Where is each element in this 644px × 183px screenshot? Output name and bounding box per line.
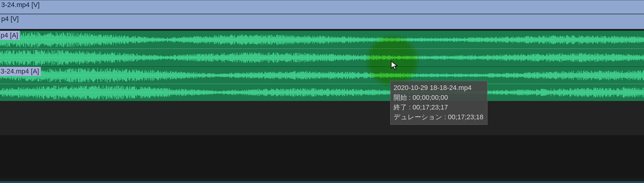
audio-track-1[interactable]: p4 [A] [0,30,644,66]
audio-clip-label-1: p4 [A] [0,31,20,40]
empty-track-1[interactable] [0,101,644,118]
video-track-2[interactable]: p4 [V] [0,14,644,29]
empty-track-2[interactable] [0,118,644,135]
tooltip-start: 開始 : 00;00;00;00 [394,93,484,102]
waveform-2 [0,67,644,101]
tooltip-filename: 2020-10-29 18-18-24.mp4 [394,83,484,93]
waveform-1 [0,31,644,66]
clip-info-tooltip: 2020-10-29 18-18-24.mp4 開始 : 00;00;00;00… [390,81,487,125]
video-clip-label-2: p4 [V] [0,15,20,23]
video-track-1[interactable]: 3-24.mp4 [V] [0,0,644,14]
timeline-empty-area[interactable] [0,135,644,178]
video-clip-label-1: 3-24.mp4 [V] [0,1,41,9]
timeline[interactable]: 3-24.mp4 [V] p4 [V] p4 [A] 3-24.mp4 [A] … [0,0,644,183]
tooltip-duration: デュレーション : 00;17;23;18 [394,112,484,122]
timeline-baseline [0,181,644,183]
audio-track-2[interactable]: 3-24.mp4 [A] [0,66,644,101]
audio-clip-label-2: 3-24.mp4 [A] [0,67,41,76]
tooltip-end: 終了 : 00;17;23;17 [394,102,484,112]
